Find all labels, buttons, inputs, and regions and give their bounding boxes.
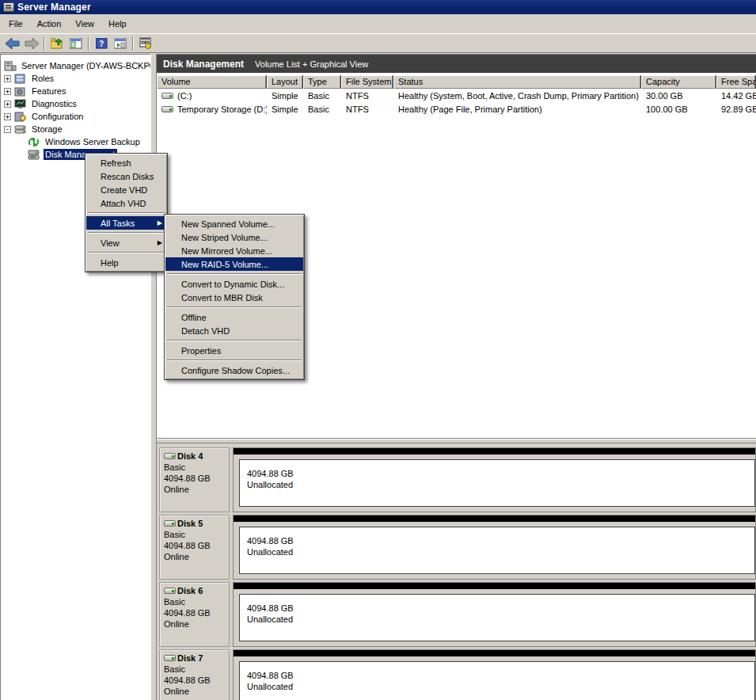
column-header-free-space[interactable]: Free Space	[716, 75, 756, 89]
unallocated-region[interactable]: 4094.88 GB Unallocated	[233, 582, 756, 647]
column-header-type[interactable]: Type	[303, 75, 341, 89]
server-manager-icon	[3, 2, 14, 12]
column-header-layout[interactable]: Layout	[267, 75, 303, 89]
menu-separator	[167, 360, 302, 361]
menu-item-new-spanned-volume[interactable]: New Spanned Volume...	[165, 217, 303, 230]
disk-name: Disk 6	[164, 585, 229, 596]
menu-item-new-mirrored-volume[interactable]: New Mirrored Volume...	[165, 244, 303, 257]
disk-info-panel[interactable]: Disk 7 Basic 4094.88 GB Online	[159, 649, 230, 700]
menu-item-convert-to-mbr-disk[interactable]: Convert to MBR Disk	[165, 291, 303, 304]
tree-item-windows-server-backup[interactable]: Windows Server Backup	[28, 135, 142, 148]
disk-size: 4094.88 GB	[164, 675, 229, 686]
menu-item-attach-vhd[interactable]: Attach VHD	[86, 196, 166, 210]
expand-icon[interactable]: +	[4, 101, 11, 108]
up-one-level-button[interactable]	[47, 35, 66, 52]
tree-item-storage[interactable]: - Storage	[4, 123, 64, 135]
region-detail[interactable]: 4094.88 GB Unallocated	[239, 661, 755, 700]
console-window-button[interactable]	[136, 35, 155, 52]
volume-list-header: Volume Layout Type File System Status Ca…	[157, 75, 756, 89]
menu-item-refresh[interactable]: Refresh	[86, 156, 166, 169]
help-icon: ?	[96, 38, 108, 49]
disk-row-7: Disk 7 Basic 4094.88 GB Online 4094.88 G…	[159, 649, 756, 700]
tree-item-features[interactable]: + Features	[4, 85, 67, 97]
menu-item-view[interactable]: View▶	[86, 236, 166, 249]
show-hide-action-pane-button[interactable]	[111, 35, 130, 52]
context-menu: Refresh Rescan Disks Create VHD Attach V…	[85, 153, 168, 272]
console-tree-icon	[70, 38, 82, 49]
show-hide-console-tree-button[interactable]	[66, 35, 85, 52]
unallocated-region[interactable]: 4094.88 GB Unallocated	[233, 649, 756, 700]
tree-item-diagnostics[interactable]: + Diagnostics	[4, 97, 78, 110]
toolbar-separator	[132, 36, 134, 51]
menu-item-create-vhd[interactable]: Create VHD	[86, 183, 166, 196]
tree-item-server-manager[interactable]: Server Manager (DY-AWS-BCKP02)	[4, 59, 150, 72]
tree-item-roles[interactable]: + Roles	[4, 72, 55, 85]
expand-icon[interactable]: +	[4, 113, 11, 120]
tree-label: Storage	[30, 124, 64, 135]
view-selector[interactable]: Volume List + Graphical View	[255, 59, 368, 69]
region-detail[interactable]: 4094.88 GB Unallocated	[239, 594, 755, 641]
disk-info-panel[interactable]: Disk 6 Basic 4094.88 GB Online	[159, 582, 230, 647]
region-label: Unallocated	[247, 546, 754, 557]
disk-info-panel[interactable]: Disk 4 Basic 4094.88 GB Online	[159, 447, 230, 512]
disk-row-4: Disk 4 Basic 4094.88 GB Online 4094.88 G…	[159, 447, 756, 512]
menu-item-new-striped-volume[interactable]: New Striped Volume...	[165, 230, 303, 244]
menu-item-help[interactable]: Help	[86, 256, 166, 269]
disk-management-icon	[28, 150, 40, 160]
forward-button[interactable]	[22, 35, 41, 52]
region-detail[interactable]: 4094.88 GB Unallocated	[239, 527, 755, 574]
unallocated-region[interactable]: 4094.88 GB Unallocated	[233, 515, 756, 580]
unallocated-color-band	[234, 650, 755, 658]
expand-icon[interactable]: +	[4, 88, 11, 95]
menu-item-offline[interactable]: Offline	[165, 310, 303, 324]
features-icon	[14, 86, 27, 97]
horizontal-splitter[interactable]	[157, 438, 756, 443]
menu-item-configure-shadow-copies[interactable]: Configure Shadow Copies...	[165, 363, 303, 377]
toolbar-separator	[44, 36, 45, 51]
collapse-icon[interactable]: -	[4, 126, 11, 133]
title-bar[interactable]: Server Manager	[0, 0, 756, 14]
region-detail[interactable]: 4094.88 GB Unallocated	[239, 459, 755, 507]
volume-row-c[interactable]: (C:) Simple Basic NTFS Healthy (System, …	[157, 89, 756, 102]
expand-icon[interactable]: +	[4, 75, 11, 82]
windows-server-backup-icon	[28, 137, 40, 147]
back-arrow-icon	[6, 38, 20, 49]
help-button[interactable]: ?	[92, 35, 111, 52]
column-header-volume[interactable]: Volume	[157, 75, 267, 89]
window-title: Server Manager	[17, 2, 91, 13]
menu-view[interactable]: View	[68, 17, 101, 31]
menu-separator	[167, 273, 302, 275]
menu-action[interactable]: Action	[30, 17, 69, 31]
menu-item-rescan-disks[interactable]: Rescan Disks	[86, 169, 166, 183]
unallocated-region[interactable]: 4094.88 GB Unallocated	[233, 447, 756, 512]
menu-item-all-tasks[interactable]: All Tasks▶	[86, 216, 166, 230]
toolbar: ?	[0, 34, 756, 53]
volume-row-d[interactable]: Temporary Storage (D:) Simple Basic NTFS…	[157, 102, 756, 116]
layout-cell: Simple	[267, 91, 303, 101]
type-cell: Basic	[303, 105, 341, 114]
disk-icon	[164, 453, 176, 459]
menu-help[interactable]: Help	[101, 17, 134, 31]
back-button[interactable]	[3, 35, 22, 52]
disk-status: Online	[164, 618, 229, 630]
menu-item-detach-vhd[interactable]: Detach VHD	[165, 324, 303, 337]
unallocated-color-band	[234, 448, 755, 456]
disk-type: Basic	[164, 664, 229, 675]
disk-size: 4094.88 GB	[164, 540, 229, 551]
disk-name: Disk 7	[164, 652, 229, 664]
menu-item-new-raid5-volume[interactable]: New RAID-5 Volume...	[165, 257, 303, 271]
menu-item-convert-to-dynamic-disk[interactable]: Convert to Dynamic Disk...	[165, 277, 303, 291]
file-system-cell: NTFS	[341, 91, 393, 101]
column-header-file-system[interactable]: File System	[341, 75, 393, 89]
disk-info-panel[interactable]: Disk 5 Basic 4094.88 GB Online	[159, 515, 230, 580]
menu-file[interactable]: File	[2, 17, 30, 31]
tree-item-configuration[interactable]: + Configuration	[4, 110, 85, 123]
pane-splitter[interactable]	[150, 54, 157, 700]
folder-up-icon	[51, 38, 63, 49]
menu-separator	[88, 252, 165, 253]
region-label: Unallocated	[247, 479, 754, 490]
column-header-status[interactable]: Status	[393, 75, 641, 89]
column-header-capacity[interactable]: Capacity	[641, 75, 716, 89]
menu-item-properties[interactable]: Properties	[165, 344, 303, 357]
volume-icon	[161, 93, 173, 99]
